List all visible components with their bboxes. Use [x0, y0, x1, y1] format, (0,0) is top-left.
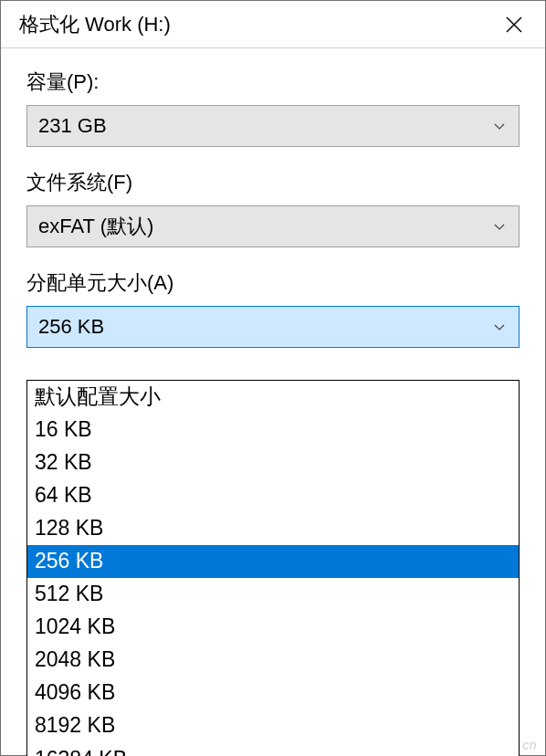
allocation-option[interactable]: 256 KB — [27, 545, 519, 578]
close-icon — [506, 16, 522, 33]
close-button[interactable] — [496, 6, 532, 43]
capacity-dropdown[interactable]: 231 GB — [26, 105, 520, 147]
chevron-down-icon — [493, 120, 506, 132]
format-dialog: 格式化 Work (H:) 容量(P): 231 GB 文件系统(F) exFA… — [0, 0, 546, 756]
allocation-value: 256 KB — [38, 315, 493, 339]
capacity-label: 容量(P): — [26, 68, 520, 96]
allocation-option[interactable]: 4096 KB — [27, 677, 519, 709]
allocation-option[interactable]: 128 KB — [27, 512, 519, 545]
allocation-option[interactable]: 16 KB — [27, 414, 519, 446]
allocation-option[interactable]: 2048 KB — [27, 644, 519, 677]
capacity-group: 容量(P): 231 GB — [26, 68, 520, 147]
titlebar: 格式化 Work (H:) — [1, 1, 545, 48]
allocation-option[interactable]: 默认配置大小 — [27, 381, 519, 414]
filesystem-value: exFAT (默认) — [38, 213, 493, 240]
filesystem-dropdown[interactable]: exFAT (默认) — [26, 205, 520, 247]
allocation-dropdown-list[interactable]: 默认配置大小16 KB32 KB64 KB128 KB256 KB512 KB1… — [26, 380, 520, 756]
allocation-option[interactable]: 1024 KB — [27, 611, 519, 644]
capacity-value: 231 GB — [38, 114, 493, 138]
filesystem-group: 文件系统(F) exFAT (默认) — [26, 169, 520, 247]
filesystem-label: 文件系统(F) — [26, 169, 520, 196]
allocation-group: 分配单元大小(A) 256 KB — [26, 269, 520, 348]
chevron-down-icon — [493, 220, 506, 233]
window-title: 格式化 Work (H:) — [19, 11, 496, 38]
allocation-label: 分配单元大小(A) — [26, 269, 520, 297]
chevron-down-icon — [493, 320, 506, 333]
allocation-option[interactable]: 16384 KB — [27, 743, 519, 756]
allocation-option[interactable]: 32 KB — [27, 446, 519, 479]
allocation-option[interactable]: 64 KB — [27, 479, 519, 512]
allocation-dropdown[interactable]: 256 KB — [26, 306, 520, 348]
allocation-option[interactable]: 512 KB — [27, 578, 519, 611]
allocation-option[interactable]: 8192 KB — [27, 709, 519, 742]
dialog-content: 容量(P): 231 GB 文件系统(F) exFAT (默认) 分配单元大小(… — [1, 48, 545, 755]
